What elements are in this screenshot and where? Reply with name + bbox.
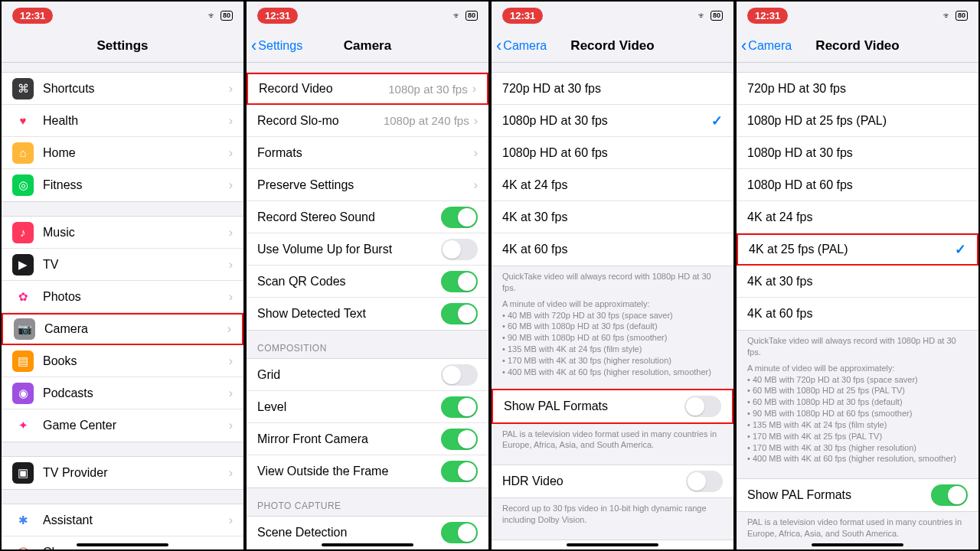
video-option-row[interactable]: 4K at 30 fps (737, 266, 978, 298)
wifi-icon: ᯤ (452, 10, 462, 21)
status-right: ᯤ80 (942, 10, 968, 21)
chevron-right-icon: › (474, 178, 478, 192)
nav-row[interactable]: Record Slo-mo1080p at 240 fps› (247, 105, 488, 137)
row-label: Podcasts (43, 386, 229, 400)
option-label: 4K at 30 fps (502, 210, 723, 224)
back-button[interactable]: ‹Camera (737, 36, 792, 56)
video-option-row[interactable]: 4K at 30 fps (492, 201, 733, 233)
chevron-right-icon: › (229, 258, 233, 272)
toggle[interactable] (441, 461, 478, 482)
time-pill: 12:31 (12, 8, 53, 24)
settings-row[interactable]: ◎Fitness› (2, 169, 243, 201)
option-label: 4K at 24 fps (502, 178, 723, 192)
toggle[interactable] (684, 396, 721, 417)
nav-row[interactable]: Formats› (247, 137, 488, 169)
status-bar: 12:31 ᯤ80 (737, 2, 978, 29)
chevron-right-icon: › (229, 82, 233, 96)
toggle-row[interactable]: Use Volume Up for Burst (247, 233, 488, 266)
option-label: 720p HD at 30 fps (747, 82, 968, 96)
status-right: ᯤ80 (207, 10, 233, 21)
settings-row[interactable]: ▶TV› (2, 249, 243, 281)
toggle-row[interactable]: Grid (247, 359, 488, 391)
settings-row[interactable]: ♪Music› (2, 217, 243, 249)
option-label: 1080p HD at 25 fps (PAL) (747, 114, 968, 128)
settings-row[interactable]: ⌂Home› (2, 137, 243, 169)
toggle-row[interactable]: Show Detected Text (247, 298, 488, 330)
nav-row[interactable]: Preserve Settings› (247, 169, 488, 201)
status-bar: 12:31 ᯤ80 (492, 2, 733, 29)
toggle-row[interactable]: Scan QR Codes (247, 266, 488, 298)
settings-row[interactable]: ▤Books› (2, 345, 243, 377)
video-option-row[interactable]: 4K at 60 fps (492, 233, 733, 266)
page-title: Settings (2, 38, 243, 54)
video-option-row[interactable]: 4K at 24 fps (737, 201, 978, 233)
toggle-row[interactable]: Level (247, 391, 488, 423)
settings-row[interactable]: ▣TV Provider› (2, 457, 243, 489)
video-option-row[interactable]: 1080p HD at 30 fps✓ (492, 105, 733, 137)
toggle[interactable] (441, 239, 478, 260)
chevron-right-icon: › (229, 114, 233, 128)
pal-note: PAL is a television video format used in… (492, 424, 733, 452)
back-button[interactable]: ‹Camera (492, 36, 547, 56)
toggle[interactable] (441, 303, 478, 324)
settings-row[interactable]: 📷Camera› (2, 313, 243, 345)
row-label: Books (43, 354, 229, 368)
settings-row[interactable]: ✦Game Center› (2, 409, 243, 442)
option-label: 1080p HD at 30 fps (747, 146, 968, 160)
toggle[interactable] (441, 364, 478, 386)
row-label: Formats (257, 146, 474, 160)
back-button[interactable]: ‹Settings (247, 36, 302, 56)
video-option-row[interactable]: 720p HD at 30 fps (737, 73, 978, 105)
toggle[interactable] (441, 207, 478, 228)
toggle[interactable] (686, 471, 723, 492)
chevron-left-icon: ‹ (496, 36, 501, 56)
home-indicator[interactable] (812, 543, 903, 546)
video-option-row[interactable]: 1080p HD at 25 fps (PAL) (737, 105, 978, 137)
row-label: Photos (43, 290, 229, 304)
toggle[interactable] (441, 396, 478, 418)
app-icon: ◯ (12, 542, 34, 549)
hdr-video-row[interactable]: HDR Video (492, 465, 733, 497)
home-indicator[interactable] (567, 543, 658, 546)
video-option-row[interactable]: 720p HD at 30 fps (492, 73, 733, 105)
option-label: 4K at 60 fps (502, 243, 723, 256)
battery-icon: 80 (710, 11, 723, 21)
app-icon: ◉ (12, 383, 34, 404)
wifi-icon: ᯤ (207, 10, 217, 21)
row-label: TV Provider (43, 466, 229, 480)
toggle[interactable] (441, 271, 478, 292)
settings-row[interactable]: ✱Assistant› (2, 504, 243, 536)
app-icon: ⌘ (12, 78, 34, 99)
toggle[interactable] (441, 429, 478, 450)
video-option-row[interactable]: 4K at 25 fps (PAL)✓ (737, 233, 978, 266)
video-option-row[interactable]: 4K at 24 fps (492, 169, 733, 201)
show-pal-row[interactable]: Show PAL Formats (493, 390, 732, 422)
camera-settings-screen: 12:31 ᯤ80 ‹Settings Camera Record Video1… (245, 0, 490, 551)
nav-row[interactable]: Record Video1080p at 30 fps› (247, 73, 488, 105)
quicktake-note: QuickTake video will always record with … (737, 331, 978, 358)
show-pal-row[interactable]: Show PAL Formats (737, 479, 978, 511)
wifi-icon: ᯤ (697, 10, 707, 21)
home-indicator[interactable] (77, 543, 168, 546)
video-option-row[interactable]: 1080p HD at 30 fps (737, 137, 978, 169)
size-note: A minute of video will be approximately:… (492, 294, 733, 378)
settings-row[interactable]: ◉Podcasts› (2, 377, 243, 409)
settings-row[interactable]: ⌘Shortcuts› (2, 73, 243, 105)
toggle[interactable] (441, 522, 478, 543)
toggle-row[interactable]: Mirror Front Camera (247, 423, 488, 455)
toggle-row[interactable]: Record Stereo Sound (247, 201, 488, 233)
home-indicator[interactable] (322, 543, 413, 546)
video-option-row[interactable]: 1080p HD at 60 fps (492, 137, 733, 169)
size-note: A minute of video will be approximately:… (737, 358, 978, 465)
check-icon: ✓ (955, 241, 966, 258)
option-label: 4K at 60 fps (747, 307, 968, 321)
video-option-row[interactable]: 4K at 60 fps (737, 298, 978, 330)
settings-row[interactable]: ✿Photos› (2, 281, 243, 313)
pal-note: PAL is a television video format used in… (737, 512, 978, 540)
chevron-right-icon: › (229, 178, 233, 192)
video-option-row[interactable]: 1080p HD at 60 fps (737, 169, 978, 201)
option-label: 1080p HD at 60 fps (502, 146, 723, 160)
toggle[interactable] (931, 484, 968, 506)
toggle-row[interactable]: View Outside the Frame (247, 455, 488, 487)
settings-row[interactable]: ♥Health› (2, 105, 243, 137)
